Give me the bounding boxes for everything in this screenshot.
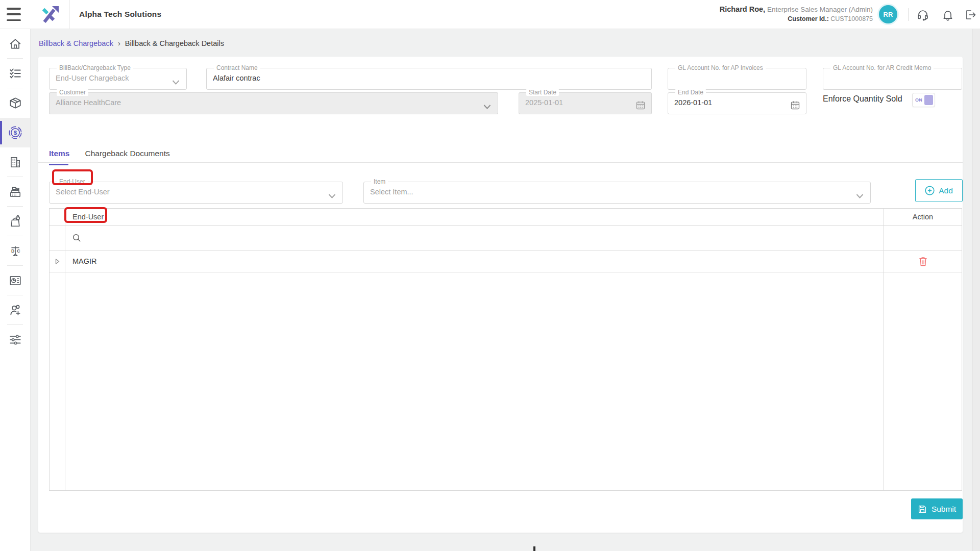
gl-ap-field[interactable]: GL Account No. for AP Invoices bbox=[668, 64, 806, 90]
logo-x-icon bbox=[39, 4, 61, 24]
table-empty-body bbox=[50, 272, 962, 490]
header-divider bbox=[908, 8, 909, 21]
cash-register-icon bbox=[9, 185, 22, 198]
breadcrumb-current: Billback & Chargeback Details bbox=[125, 39, 224, 47]
top-bar: Alpha Tech Solutions Richard Roe, Enterp… bbox=[0, 0, 980, 29]
add-button-label: Add bbox=[939, 186, 953, 195]
contract-name-field[interactable]: Contract Name bbox=[206, 64, 652, 90]
app-title: Alpha Tech Solutions bbox=[79, 0, 161, 29]
customer-label: Customer bbox=[57, 89, 88, 96]
shopping-bag-lock-icon bbox=[9, 215, 22, 228]
toggle-knob bbox=[924, 95, 933, 105]
customer-id-label: Customer Id.: bbox=[788, 15, 829, 22]
logout-icon[interactable] bbox=[964, 9, 976, 21]
breadcrumb-separator: › bbox=[113, 39, 125, 47]
chevron-down-icon bbox=[172, 80, 180, 85]
user-info: Richard Roe, Enterprise Sales Manager (A… bbox=[720, 5, 873, 24]
chevron-down-icon bbox=[856, 194, 864, 198]
submit-button-label: Submit bbox=[932, 505, 956, 514]
gl-ap-input[interactable] bbox=[674, 71, 800, 85]
avatar[interactable]: RR bbox=[879, 5, 897, 23]
expand-row-icon[interactable] bbox=[55, 258, 60, 265]
support-headset-icon[interactable] bbox=[917, 9, 929, 21]
submit-button[interactable]: Submit bbox=[911, 498, 963, 519]
start-date-label: Start Date bbox=[526, 89, 559, 96]
enforce-quantity-toggle[interactable]: ON bbox=[912, 93, 935, 107]
end-user-cell: MAGIR bbox=[65, 251, 884, 272]
user-name: Richard Roe, bbox=[720, 5, 765, 13]
search-icon bbox=[72, 234, 81, 242]
sidebar-item-purchases[interactable] bbox=[0, 207, 30, 236]
contract-name-input[interactable] bbox=[213, 71, 645, 85]
user-role: Enterprise Sales Manager (Admin) bbox=[767, 6, 873, 13]
tab-chargeback-documents[interactable]: Chargeback Documents bbox=[85, 149, 170, 165]
sidebar-item-add-users[interactable] bbox=[0, 295, 30, 325]
end-user-search-cell[interactable] bbox=[65, 226, 884, 250]
sliders-icon bbox=[9, 333, 22, 346]
start-date-field[interactable]: Start Date 2025-01-01 bbox=[519, 89, 652, 114]
hamburger-menu-icon[interactable] bbox=[7, 8, 21, 21]
sidebar-item-home[interactable] bbox=[0, 29, 30, 59]
end-date-value: 2026-01-01 bbox=[674, 96, 800, 109]
item-select[interactable]: Item Select Item... bbox=[363, 178, 871, 204]
items-table: End-User Action MAGIR bbox=[49, 208, 962, 491]
billback-type-value: End-User Chargeback bbox=[56, 71, 180, 85]
end-date-label: End Date bbox=[675, 89, 706, 96]
sidebar-item-tasks[interactable] bbox=[0, 59, 30, 88]
delete-trash-icon[interactable] bbox=[918, 256, 928, 267]
customer-select[interactable]: Customer Alliance HealthCare bbox=[49, 89, 498, 114]
calendar-icon bbox=[635, 100, 646, 110]
billback-type-select[interactable]: BillBack/Chargeback Type End-User Charge… bbox=[49, 64, 187, 90]
add-button[interactable]: Add bbox=[915, 179, 963, 202]
item-placeholder: Select Item... bbox=[370, 185, 864, 198]
toggle-on-text: ON bbox=[915, 97, 922, 103]
table-search-row bbox=[50, 226, 962, 251]
customer-value: Alliance HealthCare bbox=[56, 96, 492, 109]
end-user-select[interactable]: End-User Select End-User bbox=[49, 178, 343, 204]
sidebar-item-products[interactable] bbox=[0, 88, 30, 118]
svg-text:C: C bbox=[17, 248, 20, 254]
sidebar-item-billback-active[interactable]: $ bbox=[0, 118, 30, 147]
gl-ar-input[interactable] bbox=[829, 71, 955, 85]
tab-rule bbox=[38, 162, 963, 163]
end-user-select-label: End-User bbox=[57, 178, 88, 185]
tab-items[interactable]: Items bbox=[49, 149, 70, 165]
chevron-down-icon bbox=[328, 194, 336, 198]
checklist-icon bbox=[9, 67, 22, 80]
home-icon bbox=[9, 37, 22, 51]
balance-scale-dc-icon: D C bbox=[9, 244, 22, 258]
report-chart-icon bbox=[9, 274, 22, 287]
dollar-coin-icon: $ bbox=[8, 126, 22, 140]
calendar-icon[interactable] bbox=[790, 100, 800, 110]
app-logo bbox=[31, 0, 70, 29]
save-floppy-icon bbox=[918, 505, 927, 514]
page-scrollbar[interactable] bbox=[972, 29, 980, 551]
svg-text:$: $ bbox=[13, 129, 17, 136]
sidebar-item-settings[interactable] bbox=[0, 325, 30, 355]
breadcrumb-parent-link[interactable]: Billback & Chargeback bbox=[39, 39, 113, 47]
table-header-row: End-User Action bbox=[50, 209, 962, 226]
contract-name-label: Contract Name bbox=[214, 64, 260, 71]
breadcrumb: Billback & Chargeback›Billback & Chargeb… bbox=[39, 39, 224, 47]
notifications-bell-icon[interactable] bbox=[942, 9, 954, 21]
end-date-field[interactable]: End Date 2026-01-01 bbox=[668, 89, 806, 114]
tab-bar: Items Chargeback Documents bbox=[49, 149, 170, 165]
gl-ar-field[interactable]: GL Account No. for AR Credit Memo bbox=[823, 64, 962, 90]
table-row[interactable]: MAGIR bbox=[50, 251, 962, 272]
user-add-icon bbox=[9, 304, 22, 317]
gl-ap-label: GL Account No. for AP Invoices bbox=[675, 64, 766, 71]
sidebar-item-company[interactable] bbox=[0, 147, 30, 177]
plus-circle-icon bbox=[925, 186, 935, 195]
building-icon bbox=[9, 156, 22, 169]
details-card: BillBack/Chargeback Type End-User Charge… bbox=[38, 57, 963, 533]
sidebar-item-reports[interactable] bbox=[0, 266, 30, 295]
item-select-label: Item bbox=[371, 178, 388, 185]
enforce-quantity-label: Enforce Quantity Sold bbox=[823, 94, 902, 104]
sidebar-item-debit-credit[interactable]: D C bbox=[0, 236, 30, 266]
stray-cursor-mark bbox=[533, 546, 535, 551]
customer-id-value: CUST1000875 bbox=[830, 15, 873, 22]
sidebar-item-sales[interactable] bbox=[0, 177, 30, 207]
end-user-placeholder: Select End-User bbox=[56, 185, 336, 198]
column-header-action: Action bbox=[884, 209, 962, 225]
billback-type-label: BillBack/Chargeback Type bbox=[57, 64, 133, 71]
